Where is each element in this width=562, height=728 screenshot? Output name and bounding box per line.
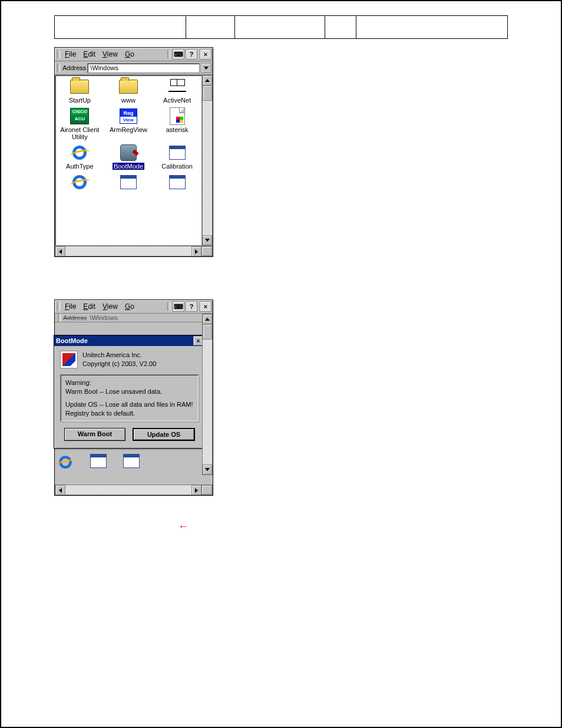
icon-pane[interactable]: StartUp www ActiveNet CISCOACUAironet Cl… bbox=[55, 75, 202, 246]
warning-heading: Warning: bbox=[65, 378, 194, 387]
background-icons-row bbox=[55, 454, 213, 475]
bootmode-dialog: BootMode × Unitech America Inc. Copyrigh… bbox=[54, 335, 206, 449]
vertical-scrollbar[interactable] bbox=[202, 314, 213, 475]
update-os-button[interactable]: Update OS bbox=[133, 428, 195, 441]
unitech-logo-icon bbox=[60, 351, 78, 368]
address-dropdown[interactable] bbox=[201, 63, 211, 73]
item-bootmode[interactable]: BootMode bbox=[104, 144, 153, 170]
menu-file[interactable]: File bbox=[61, 50, 80, 59]
file-icon bbox=[170, 107, 185, 125]
scroll-track[interactable] bbox=[65, 485, 191, 495]
dialog-title-text: BootMode bbox=[56, 337, 88, 344]
sizegrip bbox=[201, 485, 212, 495]
close-button[interactable]: × bbox=[200, 49, 211, 60]
explorer-window-2: File Edit View Go ⌨ ? × Address \Windows… bbox=[54, 299, 213, 496]
menu-edit[interactable]: Edit bbox=[80, 50, 99, 59]
item-www[interactable]: www bbox=[104, 78, 153, 104]
ie-icon bbox=[71, 144, 88, 161]
window-icon bbox=[90, 454, 107, 468]
warning-line-2: Update OS -- Lose all data and files in … bbox=[65, 400, 194, 418]
horizontal-scrollbar[interactable] bbox=[55, 246, 213, 256]
menubar: File Edit View Go ⌨ ? × bbox=[55, 48, 213, 61]
menu-edit[interactable]: Edit bbox=[80, 302, 99, 311]
address-bar-partial: Address \Windows bbox=[55, 314, 213, 322]
window-icon bbox=[169, 175, 186, 189]
rebar-grip[interactable] bbox=[57, 50, 60, 58]
address-label: Address bbox=[62, 314, 88, 321]
menu-view[interactable]: View bbox=[99, 302, 121, 311]
rebar-grip[interactable] bbox=[57, 64, 60, 72]
item-armregview[interactable]: RegViewArmRegView bbox=[104, 107, 153, 140]
bootmode-icon bbox=[120, 144, 137, 161]
keyboard-icon[interactable]: ⌨ bbox=[173, 301, 184, 312]
item-asterisk[interactable]: asterisk bbox=[153, 107, 201, 140]
scroll-right-button[interactable] bbox=[191, 246, 201, 256]
vertical-scrollbar[interactable] bbox=[202, 75, 213, 246]
window-icon bbox=[120, 175, 137, 189]
warning-panel: Warning: Warm Boot -- Lose unsaved data.… bbox=[60, 374, 199, 422]
scroll-thumb[interactable] bbox=[203, 324, 212, 340]
ie-icon bbox=[58, 454, 72, 469]
menu-file[interactable]: File bbox=[61, 302, 80, 311]
scroll-track[interactable] bbox=[203, 324, 212, 465]
scroll-left-button[interactable] bbox=[55, 485, 65, 495]
item-authtype[interactable]: AuthType bbox=[55, 144, 104, 170]
sizegrip bbox=[201, 246, 212, 256]
item-partial-ie[interactable] bbox=[55, 173, 104, 192]
network-icon bbox=[168, 79, 186, 94]
address-label: Address bbox=[61, 64, 87, 71]
rebar-grip[interactable] bbox=[167, 302, 170, 311]
scroll-track[interactable] bbox=[203, 85, 212, 235]
rebar-grip bbox=[58, 314, 61, 322]
rebar-grip[interactable] bbox=[167, 50, 170, 58]
item-partial-win2[interactable] bbox=[153, 173, 201, 192]
explorer-window-1: File Edit View Go ⌨ ? × Address \Windows… bbox=[54, 47, 213, 257]
scroll-down-button[interactable] bbox=[203, 235, 212, 245]
scroll-left-button[interactable] bbox=[55, 246, 65, 256]
red-arrow-annotation: ← bbox=[178, 521, 189, 533]
menubar: File Edit View Go ⌨ ? × bbox=[55, 300, 213, 314]
keyboard-icon[interactable]: ⌨ bbox=[173, 49, 184, 60]
item-activenet[interactable]: ActiveNet bbox=[153, 78, 201, 104]
help-button[interactable]: ? bbox=[186, 301, 197, 312]
scroll-down-button[interactable] bbox=[203, 465, 212, 475]
rebar-grip[interactable] bbox=[57, 302, 60, 311]
address-field[interactable]: \Windows bbox=[87, 63, 200, 73]
doc-header-table bbox=[54, 15, 508, 39]
menu-go[interactable]: Go bbox=[121, 50, 138, 59]
menu-go[interactable]: Go bbox=[121, 302, 138, 311]
menu-view[interactable]: View bbox=[99, 50, 121, 59]
item-aironet[interactable]: CISCOACUAironet Client Utility bbox=[55, 107, 104, 140]
scroll-thumb[interactable] bbox=[203, 85, 212, 101]
item-partial-win1[interactable] bbox=[104, 173, 153, 192]
folder-icon bbox=[70, 80, 89, 94]
item-calibration[interactable]: Calibration bbox=[153, 144, 201, 170]
folder-icon bbox=[119, 80, 138, 94]
ie-icon bbox=[71, 174, 88, 190]
cisco-acu-icon: CISCOACU bbox=[70, 108, 89, 124]
scroll-track[interactable] bbox=[65, 246, 191, 256]
close-button[interactable]: × bbox=[200, 301, 211, 312]
item-startup[interactable]: StartUp bbox=[55, 78, 104, 104]
horizontal-scrollbar[interactable] bbox=[55, 485, 213, 495]
vendor-text: Unitech America Inc. bbox=[82, 351, 199, 360]
scroll-up-button[interactable] bbox=[203, 75, 212, 85]
help-button[interactable]: ? bbox=[186, 49, 197, 60]
address-bar: Address \Windows bbox=[55, 61, 213, 75]
warning-line-1: Warm Boot -- Lose unsaved data. bbox=[65, 387, 194, 396]
regview-icon: RegView bbox=[120, 108, 137, 124]
scroll-up-button[interactable] bbox=[203, 314, 212, 324]
window-icon bbox=[123, 454, 140, 468]
scroll-right-button[interactable] bbox=[191, 485, 201, 495]
warm-boot-button[interactable]: Warm Boot bbox=[64, 428, 125, 441]
copyright-text: Copyright (c) 2003, V2.00 bbox=[82, 360, 199, 368]
window-icon bbox=[169, 146, 186, 160]
dialog-titlebar[interactable]: BootMode × bbox=[54, 335, 205, 346]
